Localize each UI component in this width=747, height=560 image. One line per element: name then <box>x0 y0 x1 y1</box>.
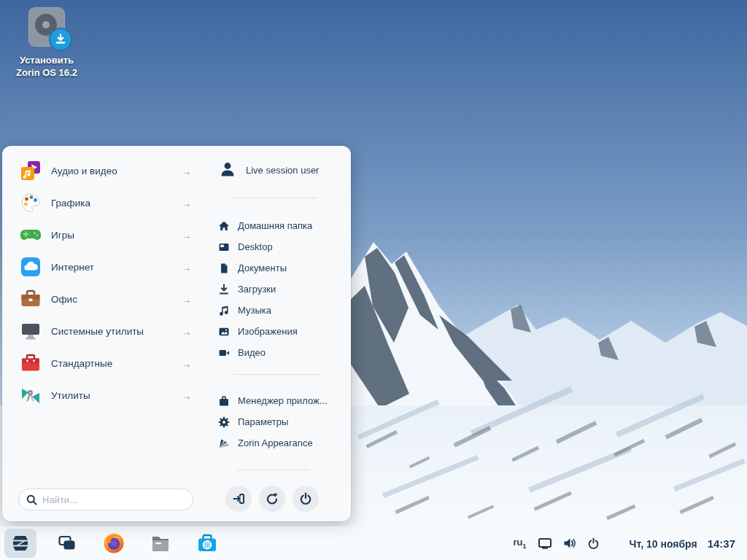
menu-item-zorin-appearance[interactable]: Zorin Appearance <box>218 432 328 454</box>
category-internet[interactable]: Интернет → <box>17 251 195 283</box>
power-button[interactable] <box>293 486 319 512</box>
chevron-right-icon: → <box>181 293 192 306</box>
install-icon-label: Установить Zorin OS 16.2 <box>6 54 88 79</box>
chevron-right-icon: → <box>181 229 192 241</box>
user-name: Live session user <box>246 165 319 176</box>
clock-time: 14:37 <box>708 537 735 550</box>
user-profile[interactable]: Live session user <box>218 160 319 179</box>
power-icon <box>299 492 312 505</box>
music-icon <box>218 305 230 316</box>
zorin-logo-icon <box>9 533 31 553</box>
place-videos[interactable]: Видео <box>218 342 312 363</box>
category-list: Аудио и видео → Графика → <box>17 155 195 411</box>
logout-button[interactable] <box>225 486 252 512</box>
software-manager-icon <box>218 395 230 407</box>
taskbar-launchers <box>0 529 223 558</box>
category-label: Утилиты <box>51 390 171 401</box>
desktop-icon <box>218 241 230 253</box>
chevron-right-icon: → <box>181 165 192 177</box>
menu-item-software-manager[interactable]: Менеджер прилож... <box>218 390 328 411</box>
category-games[interactable]: Игры → <box>17 219 195 251</box>
power-menu-icon[interactable] <box>587 537 600 550</box>
display-settings-icon[interactable] <box>538 537 552 550</box>
clock[interactable]: Чт, 10 ноября 14:37 <box>630 537 735 550</box>
files-folder-icon <box>150 534 171 553</box>
utilities-icon <box>20 384 42 406</box>
place-pictures[interactable]: Изображения <box>218 321 312 342</box>
download-icon <box>218 284 230 295</box>
category-utilities[interactable]: Утилиты → <box>17 379 195 411</box>
desktop: Установить Zorin OS 16.2 Аудио и видео → <box>0 0 747 560</box>
category-accessories[interactable]: Стандартные → <box>17 347 195 379</box>
category-audio-video[interactable]: Аудио и видео → <box>17 155 195 187</box>
internet-icon <box>20 256 42 278</box>
install-zorin-desktop-icon[interactable]: Установить Zorin OS 16.2 <box>6 6 88 79</box>
place-downloads[interactable]: Загрузки <box>218 279 312 300</box>
category-office[interactable]: Офис → <box>17 283 195 315</box>
category-label: Интернет <box>51 262 171 273</box>
chevron-right-icon: → <box>181 389 192 402</box>
search-icon <box>26 494 37 505</box>
place-desktop[interactable]: Desktop <box>218 236 312 257</box>
category-graphics[interactable]: Графика → <box>17 187 195 219</box>
user-avatar-icon <box>218 160 237 179</box>
audio-video-icon <box>20 160 42 182</box>
chevron-right-icon: → <box>181 325 192 338</box>
chevron-right-icon: → <box>181 197 192 209</box>
taskbar: ru1 Чт, 10 ноября 14:37 <box>0 526 747 560</box>
category-system-tools[interactable]: Системные утилиты → <box>17 315 195 347</box>
category-label: Системные утилиты <box>51 326 171 337</box>
apps-list: Менеджер прилож... Параметры Zorin Appea… <box>218 390 328 454</box>
volume-icon[interactable] <box>563 537 576 549</box>
category-label: Офис <box>51 294 171 305</box>
download-badge-icon <box>49 28 72 51</box>
search-input[interactable] <box>42 494 185 505</box>
install-disk-icon <box>27 6 66 48</box>
restart-button[interactable] <box>259 486 285 512</box>
firefox-launcher[interactable] <box>98 529 130 558</box>
window-switcher-icon <box>58 534 77 552</box>
files-launcher[interactable] <box>144 529 177 558</box>
places-list: Домашняя папка Desktop Документы Загрузк… <box>218 215 312 363</box>
software-store-launcher[interactable] <box>191 529 223 558</box>
app-menu-panel: Аудио и видео → Графика → <box>2 146 351 521</box>
chevron-right-icon: → <box>181 357 192 370</box>
office-icon <box>20 288 42 310</box>
logout-icon <box>232 492 245 505</box>
category-label: Графика <box>51 198 171 209</box>
image-icon <box>218 326 230 338</box>
home-icon <box>218 220 230 232</box>
category-label: Игры <box>51 230 171 241</box>
keyboard-layout-indicator[interactable]: ru1 <box>514 537 527 550</box>
place-home[interactable]: Домашняя папка <box>218 215 312 236</box>
divider <box>237 470 310 470</box>
place-documents[interactable]: Документы <box>218 257 312 279</box>
chevron-right-icon: → <box>181 261 192 273</box>
divider <box>233 374 320 375</box>
firefox-icon <box>103 532 125 554</box>
divider <box>233 198 317 198</box>
graphics-icon <box>20 192 42 214</box>
search-box <box>18 489 193 510</box>
restart-icon <box>266 492 279 505</box>
games-icon <box>20 224 42 246</box>
accessories-icon <box>20 352 42 374</box>
document-icon <box>218 262 230 274</box>
software-store-icon <box>196 533 218 553</box>
system-tools-icon <box>20 320 42 342</box>
zorin-appearance-icon <box>218 438 230 449</box>
category-label: Стандартные <box>51 358 171 369</box>
category-label: Аудио и видео <box>51 166 171 176</box>
window-switcher-button[interactable] <box>51 529 83 558</box>
menu-item-settings[interactable]: Параметры <box>218 411 328 432</box>
zorin-menu-button[interactable] <box>4 529 36 558</box>
video-icon <box>218 347 230 359</box>
clock-date: Чт, 10 ноября <box>630 538 697 550</box>
taskbar-tray: ru1 Чт, 10 ноября 14:37 <box>514 537 747 550</box>
settings-gear-icon <box>218 416 230 428</box>
place-music[interactable]: Музыка <box>218 300 312 321</box>
